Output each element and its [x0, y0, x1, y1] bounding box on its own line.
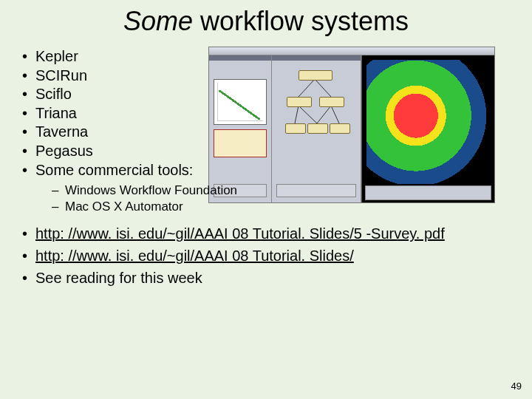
title-rest: workflow systems [193, 6, 409, 36]
list-item: Mac OS X Automator [52, 199, 513, 215]
list-item: http: //www. isi. edu/~gil/AAAI 08 Tutor… [19, 222, 513, 245]
page-number: 49 [511, 381, 522, 392]
list-item: Some commercial tools: [19, 161, 513, 180]
bullet-list: Kepler SCIRun Sciflo Triana Taverna Pega… [19, 47, 513, 180]
slide-content: Kepler SCIRun Sciflo Triana Taverna Pega… [0, 37, 532, 289]
link[interactable]: http: //www. isi. edu/~gil/AAAI 08 Tutor… [35, 248, 354, 264]
slide: Some workflow systems [0, 0, 532, 399]
sub-bullet-list: Windows Workflow Foundation Mac OS X Aut… [19, 183, 513, 215]
list-item: SCIRun [19, 66, 513, 86]
list-item: Pegasus [19, 142, 513, 161]
list-item: Kepler [19, 47, 513, 66]
link-list: http: //www. isi. edu/~gil/AAAI 08 Tutor… [19, 222, 513, 289]
list-item: http: //www. isi. edu/~gil/AAAI 08 Tutor… [19, 245, 513, 267]
link[interactable]: http: //www. isi. edu/~gil/AAAI 08 Tutor… [35, 225, 445, 242]
list-item: Sciflo [19, 85, 513, 104]
list-item: Taverna [19, 123, 513, 142]
list-item: Windows Workflow Foundation [52, 183, 513, 199]
list-item: See reading for this week [19, 267, 513, 289]
title-em: Some [123, 6, 193, 36]
list-item: Triana [19, 104, 513, 123]
slide-title: Some workflow systems [0, 0, 532, 37]
